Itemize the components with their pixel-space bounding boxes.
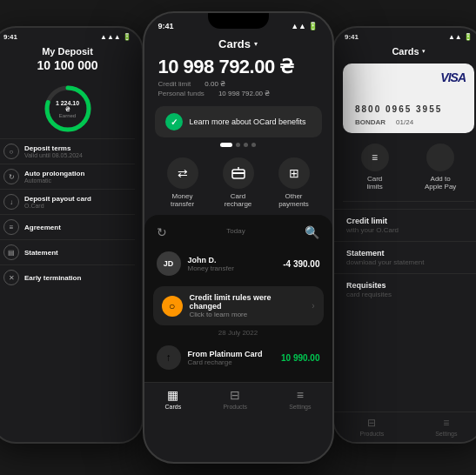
left-list: ○ Deposit terms Valid until 08.05.2024 ↻…	[0, 138, 142, 290]
transaction-item[interactable]: JD John D. Money transfer -4 390.00	[144, 244, 332, 283]
alert-banner[interactable]: ○ Credit limit rules were changed Click …	[153, 286, 324, 325]
right-bottom-nav: ⊟ Products ≡ Settings	[334, 411, 476, 442]
refresh-icon[interactable]: ↻	[157, 225, 167, 239]
card-recharge-button[interactable]: Cardrecharge	[223, 157, 254, 208]
dot-4[interactable]	[251, 143, 256, 147]
transaction-type-2: Card recharge	[188, 358, 275, 366]
nav-settings[interactable]: ≡ Settings	[289, 388, 311, 410]
termination-icon: ✕	[3, 270, 19, 285]
visa-card: VISA 8800 0965 3955 BONDAR 01/24	[343, 64, 474, 133]
left-list-text: Deposit payout card O.Card	[24, 195, 91, 209]
statement-title: Statement	[346, 249, 471, 258]
transaction-item-2[interactable]: ↑ From Platinum Card Card recharge 10 99…	[144, 340, 332, 375]
phone-right: 9:41 ▲▲ 🔋 Cards ▾ VISA 8800 0965 3955 BO…	[332, 26, 476, 444]
money-transfer-icon: ⇄	[167, 157, 198, 189]
right-settings-icon: ≡	[443, 417, 449, 429]
phone-left: 9:41 ▲▲▲ 🔋 My Deposit 10 100 000 1 224.1…	[0, 26, 144, 444]
dot-2[interactable]	[236, 143, 240, 147]
cards-nav-label: Cards	[165, 404, 182, 410]
settings-nav-label: Settings	[289, 404, 311, 410]
item-sub: Automatic	[24, 177, 84, 184]
card-recharge-label: Cardrecharge	[225, 192, 252, 208]
money-transfer-button[interactable]: ⇄ Moneytransfer	[167, 157, 198, 208]
personal-funds-value: 10 998 792.00 ₴	[218, 90, 270, 97]
dot-1[interactable]	[220, 143, 232, 147]
other-payments-button[interactable]: ⊞ Otherpayments	[278, 157, 310, 208]
circle-earned: Earned	[55, 113, 81, 118]
left-icons: ▲▲▲ 🔋	[100, 33, 131, 41]
transactions-header: ↻ Today 🔍	[144, 222, 332, 244]
apple-pay-label: Add toApple Pay	[425, 175, 456, 191]
search-icon[interactable]: 🔍	[305, 225, 319, 239]
list-item[interactable]: ↓ Deposit payout card O.Card	[0, 189, 135, 214]
left-list-text: Agreement	[24, 224, 61, 231]
transaction-name-2: From Platinum Card	[188, 350, 275, 358]
action-buttons: ⇄ Moneytransfer Cardrecharge ⊞ Otherpaym…	[144, 151, 332, 215]
requisites-title: Requisites	[346, 281, 471, 290]
transactions-section: ↻ Today 🔍 JD John D. Money transfer -4 3…	[144, 215, 332, 382]
center-header[interactable]: Cards ▾	[144, 34, 332, 56]
list-item[interactable]: ↻ Auto prolongation Automatic	[0, 164, 135, 189]
balance-sub2: Personal funds 10 998 792.00 ₴	[158, 90, 318, 97]
right-nav-products[interactable]: ⊟ Products	[360, 417, 385, 437]
credit-limit-label: Credit limit	[158, 80, 191, 88]
list-item[interactable]: ✕ Early termination	[0, 264, 135, 290]
center-title: Cards	[218, 37, 251, 50]
alert-chevron-icon: ›	[312, 301, 314, 311]
balance-sub: Credit limit 0.00 ₴	[158, 80, 318, 88]
settings-nav-icon: ≡	[297, 388, 304, 402]
transactions-date: Today	[226, 227, 245, 235]
card-expiry: 01/24	[396, 118, 413, 126]
date-separator: 28 July 2022	[144, 329, 332, 337]
card-limits-icon: ≡	[361, 144, 389, 171]
credit-limit-title: Credit limit	[346, 217, 471, 225]
alert-text: Credit limit rules were changed Click to…	[190, 293, 305, 318]
list-item[interactable]: ▤ Statement	[0, 239, 135, 264]
right-divider	[343, 201, 474, 202]
products-nav-label: Products	[223, 404, 247, 410]
list-item[interactable]: ≡ Agreement	[0, 214, 135, 239]
phone-center: 9:41 ▲▲ 🔋 Cards ▾ 10 998 792.00 ₴ Credit…	[143, 11, 334, 464]
center-time: 9:41	[158, 22, 174, 30]
chevron-down-icon: ▾	[254, 40, 258, 48]
alert-sub: Click to learn more	[190, 311, 305, 318]
nav-cards[interactable]: ▦ Cards	[165, 388, 182, 410]
requisites-menu[interactable]: Requisites card requisites	[334, 273, 476, 305]
item-name: Auto prolongation	[24, 170, 84, 177]
dot-3[interactable]	[244, 143, 248, 147]
card-info: BONDAR 01/24	[355, 118, 413, 126]
item-name: Deposit payout card	[24, 195, 91, 203]
balance-section: 10 998 792.00 ₴ Credit limit 0.00 ₴ Pers…	[144, 56, 332, 101]
ocard-banner[interactable]: Learn more about OCard benefits	[155, 106, 322, 137]
alert-icon: ○	[162, 296, 183, 317]
transaction-amount-2: 10 990.00	[281, 353, 320, 363]
transaction-icon-2: ↑	[157, 345, 181, 370]
statement-menu[interactable]: Statement download your statement	[334, 241, 476, 273]
item-name: Agreement	[24, 224, 61, 231]
transaction-name: John D.	[188, 256, 277, 264]
visa-logo: VISA	[440, 70, 466, 84]
right-nav-settings[interactable]: ≡ Settings	[435, 417, 457, 437]
circle-container: 1 224.10 ₴ Earned	[42, 83, 94, 135]
center-bottom-nav: ▦ Cards ⊟ Products ≡ Settings	[144, 382, 332, 417]
item-name: Deposit terms	[24, 144, 83, 152]
credit-limit-menu[interactable]: Credit limit with your O.Card	[334, 209, 476, 241]
item-sub: O.Card	[24, 203, 91, 209]
center-status-icons: ▲▲ 🔋	[291, 22, 318, 30]
right-actions: ≡ Cardlimits Add toApple Pay	[334, 140, 476, 194]
right-chevron-icon: ▾	[422, 48, 426, 55]
nav-products[interactable]: ⊟ Products	[223, 388, 247, 410]
other-payments-icon: ⊞	[278, 157, 310, 189]
card-recharge-icon	[223, 157, 254, 189]
apple-pay-button[interactable]: Add toApple Pay	[425, 144, 456, 191]
card-limits-label: Cardlimits	[367, 175, 383, 191]
right-settings-label: Settings	[435, 431, 457, 437]
card-number: 8800 0965 3955	[355, 104, 442, 114]
other-payments-label: Otherpayments	[278, 192, 309, 208]
svg-rect-3	[232, 172, 245, 174]
card-limits-button[interactable]: ≡ Cardlimits	[361, 144, 389, 191]
list-item[interactable]: ○ Deposit terms Valid until 08.05.2024	[0, 138, 135, 164]
right-header[interactable]: Cards ▾	[334, 43, 476, 64]
right-status-bar: 9:41 ▲▲ 🔋	[334, 28, 476, 43]
statement-icon: ▤	[3, 244, 19, 260]
